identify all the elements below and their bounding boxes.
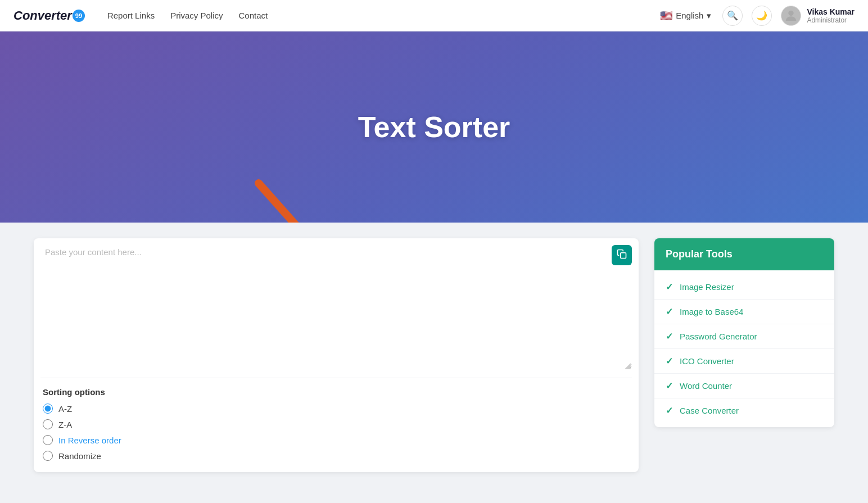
navbar-right: 🔍 🌙 Vikas Kumar Administrator <box>722 6 855 26</box>
sidebar-link-case-converter: Case Converter <box>680 406 739 415</box>
user-area[interactable]: Vikas Kumar Administrator <box>781 6 855 26</box>
search-icon: 🔍 <box>727 10 738 21</box>
tool-panel: ◢ Sorting options A-Z Z-A In Revers <box>34 238 639 472</box>
sidebar: Popular Tools ✓ Image Resizer ✓ Image to… <box>654 238 834 472</box>
brand[interactable]: Converter 99 <box>13 8 85 23</box>
search-button[interactable]: 🔍 <box>722 6 743 26</box>
navbar: Converter 99 Report Links Privacy Policy… <box>0 0 868 31</box>
user-role: Administrator <box>807 16 855 24</box>
nav-privacy-policy[interactable]: Privacy Policy <box>170 11 223 20</box>
sort-option-reverse[interactable]: In Reverse order <box>43 435 630 445</box>
sidebar-list: ✓ Image Resizer ✓ Image to Base64 ✓ Pass… <box>654 270 834 427</box>
user-info: Vikas Kumar Administrator <box>807 7 855 24</box>
clipboard-icon <box>617 249 627 262</box>
sidebar-item-image-base64[interactable]: ✓ Image to Base64 <box>654 300 834 324</box>
language-label: English <box>676 11 703 20</box>
nav-report-links[interactable]: Report Links <box>107 11 155 20</box>
content-textarea[interactable] <box>40 245 632 369</box>
radio-group: A-Z Z-A In Reverse order Randomize <box>43 404 630 461</box>
sidebar-item-ico-converter[interactable]: ✓ ICO Converter <box>654 349 834 374</box>
sort-option-za[interactable]: Z-A <box>43 419 630 429</box>
user-avatar-icon <box>783 8 799 24</box>
svg-rect-3 <box>621 252 626 258</box>
page-title: Text Sorter <box>358 110 510 144</box>
brand-badge: 99 <box>73 10 85 22</box>
sort-option-az[interactable]: A-Z <box>43 404 630 414</box>
sidebar-link-image-resizer: Image Resizer <box>680 282 734 292</box>
sidebar-item-case-converter[interactable]: ✓ Case Converter <box>654 398 834 423</box>
sidebar-header: Popular Tools <box>654 238 834 270</box>
sidebar-card: Popular Tools ✓ Image Resizer ✓ Image to… <box>654 238 834 427</box>
clipboard-button[interactable] <box>612 245 632 265</box>
check-icon-3: ✓ <box>666 356 673 366</box>
label-za: Z-A <box>58 420 72 429</box>
sidebar-link-password-generator: Password Generator <box>680 332 757 341</box>
chevron-down-icon: ▾ <box>707 11 711 21</box>
label-az: A-Z <box>58 404 72 414</box>
radio-az[interactable] <box>43 404 53 414</box>
sort-option-random[interactable]: Randomize <box>43 451 630 461</box>
label-reverse: In Reverse order <box>58 436 121 445</box>
radio-za[interactable] <box>43 419 53 429</box>
flag-icon: 🇺🇸 <box>660 10 672 22</box>
radio-random[interactable] <box>43 451 53 461</box>
sorting-title: Sorting options <box>43 387 630 397</box>
sidebar-item-password-generator[interactable]: ✓ Password Generator <box>654 324 834 349</box>
svg-point-0 <box>789 10 794 15</box>
radio-reverse[interactable] <box>43 435 53 445</box>
brand-name: Converter <box>13 8 72 23</box>
dark-mode-button[interactable]: 🌙 <box>752 6 772 26</box>
sidebar-item-word-counter[interactable]: ✓ Word Counter <box>654 374 834 398</box>
language-selector[interactable]: 🇺🇸 English ▾ <box>660 10 711 22</box>
check-icon-4: ✓ <box>666 380 673 391</box>
sidebar-item-image-resizer[interactable]: ✓ Image Resizer <box>654 275 834 300</box>
check-icon-1: ✓ <box>666 306 673 317</box>
hero-banner: Text Sorter <box>0 31 868 223</box>
moon-icon: 🌙 <box>756 10 767 21</box>
main-content: ◢ Sorting options A-Z Z-A In Revers <box>18 223 850 495</box>
user-name: Vikas Kumar <box>807 7 855 16</box>
check-icon-0: ✓ <box>666 282 673 292</box>
nav-links: Report Links Privacy Policy Contact <box>107 11 660 20</box>
sidebar-link-word-counter: Word Counter <box>680 381 732 391</box>
sidebar-link-image-base64: Image to Base64 <box>680 307 743 316</box>
check-icon-2: ✓ <box>666 331 673 342</box>
avatar <box>781 6 801 26</box>
nav-contact[interactable]: Contact <box>239 11 268 20</box>
sidebar-link-ico-converter: ICO Converter <box>680 356 734 366</box>
check-icon-5: ✓ <box>666 405 673 416</box>
textarea-wrapper: ◢ <box>34 238 639 378</box>
label-random: Randomize <box>58 451 101 461</box>
sorting-section: Sorting options A-Z Z-A In Reverse order <box>34 378 639 472</box>
